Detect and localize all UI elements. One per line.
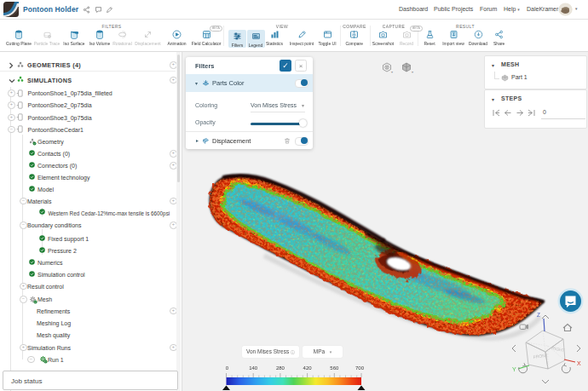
svg-text:Z: Z — [537, 312, 540, 318]
svg-text:FRONT: FRONT — [533, 353, 548, 359]
svg-text:X: X — [577, 360, 581, 366]
svg-text:Y: Y — [512, 366, 516, 372]
svg-text:RIGHT: RIGHT — [551, 345, 565, 353]
